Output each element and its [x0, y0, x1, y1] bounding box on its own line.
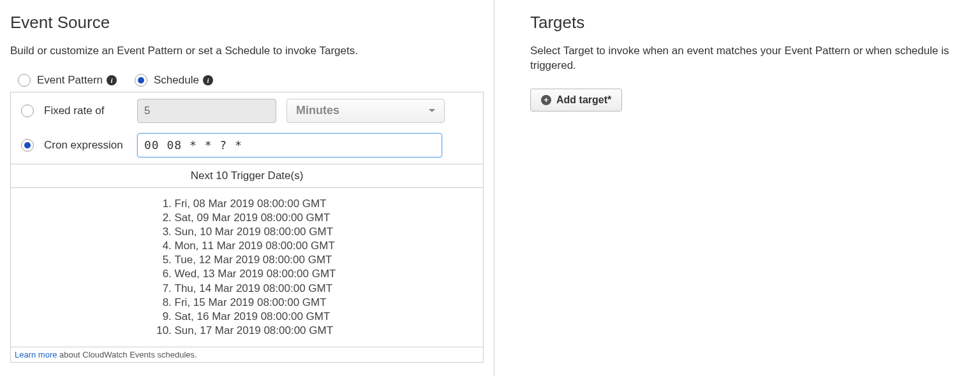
- chevron-down-icon: [429, 109, 435, 112]
- cron-row: Cron expression: [11, 129, 483, 164]
- schedule-label: Schedule i: [154, 74, 213, 87]
- event-source-description: Build or customize an Event Pattern or s…: [10, 44, 484, 59]
- trigger-date-item: Sun, 10 Mar 2019 08:00:00 GMT: [175, 225, 336, 239]
- fixed-rate-label: Fixed rate of: [44, 105, 127, 117]
- trigger-date-item: Thu, 14 Mar 2019 08:00:00 GMT: [175, 282, 336, 296]
- trigger-date-item: Fri, 15 Mar 2019 08:00:00 GMT: [175, 296, 336, 310]
- fixed-rate-radio[interactable]: [21, 105, 34, 117]
- add-target-button[interactable]: + Add target*: [530, 89, 622, 112]
- trigger-date-item: Fri, 08 Mar 2019 08:00:00 GMT: [175, 197, 336, 211]
- plus-circle-icon: +: [541, 95, 551, 105]
- targets-column: Targets Select Target to invoke when an …: [494, 0, 980, 376]
- event-source-title: Event Source: [10, 13, 484, 33]
- targets-description: Select Target to invoke when an event ma…: [530, 44, 970, 73]
- learn-more-row: Learn more about CloudWatch Events sched…: [11, 347, 483, 362]
- trigger-date-item: Sun, 17 Mar 2019 08:00:00 GMT: [175, 324, 336, 338]
- targets-title: Targets: [530, 13, 970, 33]
- fixed-rate-unit-value: Minutes: [296, 104, 339, 117]
- trigger-date-item: Wed, 13 Mar 2019 08:00:00 GMT: [175, 267, 336, 281]
- fixed-rate-unit-select[interactable]: Minutes: [286, 99, 445, 123]
- event-pattern-radio-group[interactable]: Event Pattern i: [18, 74, 117, 87]
- next-triggers-header: Next 10 Trigger Date(s): [11, 164, 483, 188]
- next-triggers-list: Fri, 08 Mar 2019 08:00:00 GMTSat, 09 Mar…: [11, 188, 483, 347]
- schedule-radio[interactable]: [135, 74, 147, 87]
- event-pattern-label: Event Pattern i: [37, 74, 117, 87]
- schedule-panel: Fixed rate of Minutes Cron expression Ne…: [10, 92, 484, 363]
- add-target-label: Add target*: [556, 94, 611, 106]
- fixed-rate-value-input[interactable]: [137, 99, 276, 123]
- info-icon[interactable]: i: [107, 75, 117, 85]
- cron-expression-input[interactable]: [137, 133, 442, 157]
- cron-label: Cron expression: [44, 139, 127, 152]
- info-icon[interactable]: i: [203, 75, 213, 85]
- schedule-radio-group[interactable]: Schedule i: [135, 74, 213, 87]
- mode-radio-row: Event Pattern i Schedule i: [18, 74, 484, 87]
- event-pattern-radio[interactable]: [18, 74, 31, 87]
- learn-more-text: about CloudWatch Events schedules.: [59, 350, 197, 359]
- fixed-rate-row: Fixed rate of Minutes: [11, 92, 483, 129]
- trigger-date-item: Tue, 12 Mar 2019 08:00:00 GMT: [175, 253, 336, 267]
- trigger-date-item: Mon, 11 Mar 2019 08:00:00 GMT: [175, 239, 336, 253]
- trigger-date-item: Sat, 09 Mar 2019 08:00:00 GMT: [175, 211, 336, 225]
- trigger-date-item: Sat, 16 Mar 2019 08:00:00 GMT: [175, 310, 336, 324]
- cron-radio[interactable]: [21, 139, 34, 152]
- event-source-column: Event Source Build or customize an Event…: [0, 0, 494, 376]
- learn-more-link[interactable]: Learn more: [15, 350, 57, 359]
